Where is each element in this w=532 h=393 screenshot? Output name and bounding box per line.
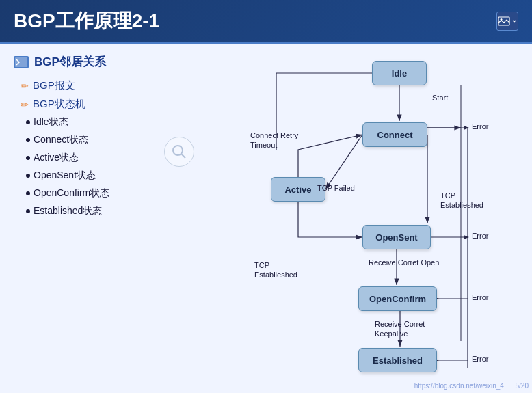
menu-item-bgp-messages: ✏ BGP报文 <box>21 79 226 92</box>
svg-point-4 <box>173 146 183 155</box>
label-tcp-failed: TCP Failed <box>317 184 355 192</box>
sub-item-label-2: Connect状态 <box>34 134 88 146</box>
slide: BGP工作原理2-1 BGP邻居关系 <box>0 0 532 393</box>
label-receive-corret-open: Receive Corret Open <box>369 258 439 267</box>
right-panel: Idle Connect Active OpenSent OpenConfirm… <box>226 54 518 383</box>
slide-title: BGP工作原理2-1 <box>14 8 159 34</box>
sub-item-label-6: Established状态 <box>34 205 102 217</box>
fsm-diagram: Idle Connect Active OpenSent OpenConfirm… <box>242 54 502 382</box>
pencil-icon-1: ✏ <box>21 81 29 92</box>
label-tcp-established-1: TCPEstablieshed <box>440 191 483 211</box>
label-error-1: Error <box>472 122 488 131</box>
label-error-2: Error <box>472 232 488 240</box>
pencil-icon-2: ✏ <box>21 99 29 110</box>
left-panel: BGP邻居关系 ✏ BGP报文 ✏ BGP状态机 Idle状态 <box>14 54 226 383</box>
sub-item-label-1: Idle状态 <box>34 116 68 128</box>
state-connect: Connect <box>362 122 427 147</box>
label-start: Start <box>432 94 448 102</box>
image-button[interactable] <box>496 12 518 31</box>
menu-item-label-2: BGP状态机 <box>33 98 85 111</box>
state-opensent: OpenSent <box>362 225 431 249</box>
label-error-4: Error <box>472 355 488 363</box>
state-idle: Idle <box>372 61 427 85</box>
sub-item-active: Active状态 <box>26 152 226 164</box>
bullet-1 <box>26 120 30 124</box>
sub-item-idle: Idle状态 <box>26 116 226 128</box>
svg-line-9 <box>325 135 362 189</box>
bullet-4 <box>26 174 30 178</box>
state-active-label: Active <box>284 185 311 195</box>
state-established-label: Established <box>373 355 423 366</box>
diagram-arrows <box>242 54 502 382</box>
watermark: https://blog.csdn.net/weixin_4 5/20 <box>414 382 529 390</box>
sub-item-label-4: OpenSent状态 <box>34 170 96 182</box>
menu-item-label-1: BGP报文 <box>33 79 75 92</box>
label-receive-keepalive: Receive CorretKeepalive <box>375 319 425 339</box>
sub-list: Idle状态 Connect状态 Active状态 OpenSent状态 Ope… <box>14 116 226 217</box>
bullet-3 <box>26 156 30 160</box>
svg-marker-21 <box>464 235 469 239</box>
sub-item-opensent: OpenSent状态 <box>26 170 226 182</box>
svg-rect-3 <box>15 57 27 67</box>
sub-item-established: Established状态 <box>26 205 226 217</box>
bullet-6 <box>26 209 30 213</box>
state-openconfirm-label: OpenConfirm <box>369 294 426 304</box>
state-idle-label: Idle <box>392 68 407 79</box>
section-title-text: BGP邻居关系 <box>34 54 106 70</box>
state-established: Established <box>358 348 437 372</box>
sub-item-label-5: OpenConfirm状态 <box>34 187 109 200</box>
state-connect-label: Connect <box>377 130 413 140</box>
bullet-2 <box>26 138 30 142</box>
svg-line-5 <box>181 154 185 158</box>
section-title: BGP邻居关系 <box>14 54 226 70</box>
sub-item-openconfirm: OpenConfirm状态 <box>26 187 226 200</box>
label-error-3: Error <box>472 293 488 301</box>
menu-item-bgp-state: ✏ BGP状态机 <box>21 98 226 111</box>
sub-item-label-3: Active状态 <box>34 152 79 164</box>
label-connect-retry: Connect RetryTimeout <box>250 131 298 150</box>
sub-item-connect: Connect状态 <box>26 134 226 146</box>
state-openconfirm: OpenConfirm <box>358 286 437 311</box>
search-badge <box>164 137 194 167</box>
content-area: BGP邻居关系 ✏ BGP报文 ✏ BGP状态机 Idle状态 <box>0 44 532 393</box>
label-tcp-established-2: TCPEstablieshed <box>254 260 297 280</box>
bullet-5 <box>26 191 30 195</box>
header: BGP工作原理2-1 <box>0 0 532 44</box>
menu-list: ✏ BGP报文 ✏ BGP状态机 <box>14 79 226 111</box>
svg-marker-20 <box>464 126 469 130</box>
state-opensent-label: OpenSent <box>375 232 417 243</box>
